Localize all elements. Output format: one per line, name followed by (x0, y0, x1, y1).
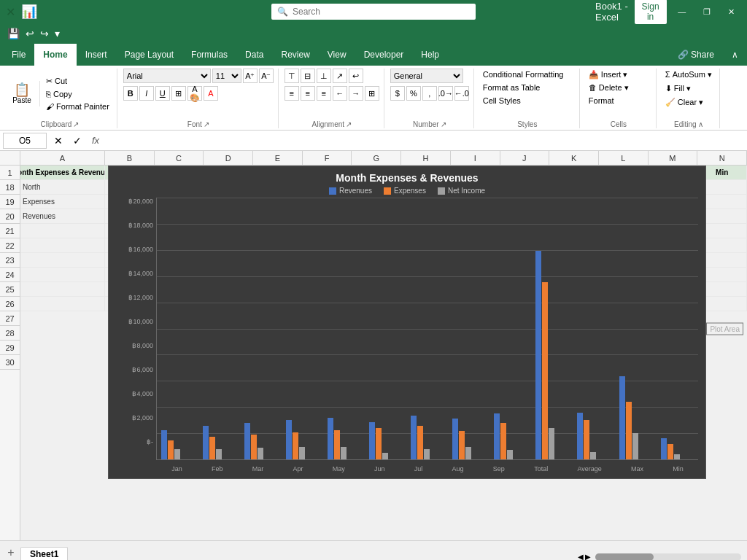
chart-area[interactable]: Month Expenses & Revenues Revenues Expen… (108, 166, 706, 479)
tab-help[interactable]: Help (412, 44, 448, 66)
bar-expenses-total (542, 282, 548, 459)
tab-data[interactable]: Data (236, 44, 272, 66)
align-center-button[interactable]: ≡ (301, 86, 315, 101)
col-header-G[interactable]: G (352, 151, 401, 165)
save-button[interactable]: 💾 (6, 26, 21, 41)
cell-A20[interactable]: Revenues (20, 209, 105, 223)
editing-collapse-icon[interactable]: ∧ (698, 120, 703, 128)
font-family-select[interactable]: Arial (123, 69, 211, 83)
tab-review[interactable]: Review (272, 44, 318, 66)
merge-center-button[interactable]: ⊞ (365, 86, 379, 101)
tab-file[interactable]: File (3, 44, 34, 66)
align-top-button[interactable]: ⊤ (285, 69, 299, 83)
sign-in-button[interactable]: Sign in (635, 0, 667, 24)
col-header-K[interactable]: K (549, 151, 599, 165)
minimize-button[interactable]: — (673, 0, 692, 23)
chart-inner: ฿20,000 ฿18,000 ฿16,000 ฿14,000 ฿12,000 … (109, 198, 705, 460)
close-button[interactable]: ✕ (722, 0, 741, 23)
fill-color-button[interactable]: A🎨 (187, 86, 202, 101)
bar-group-total (535, 251, 554, 459)
col-header-J[interactable]: J (500, 151, 550, 165)
col-header-N[interactable]: N (697, 151, 747, 165)
cut-button[interactable]: ✂ Cut (43, 75, 112, 88)
format-painter-button[interactable]: 🖌 Format Painter (43, 101, 112, 112)
clear-button[interactable]: 🧹 Clear ▾ (662, 96, 706, 109)
search-input[interactable] (293, 7, 470, 17)
col-header-L[interactable]: L (599, 151, 649, 165)
italic-button[interactable]: I (139, 86, 154, 101)
col-header-F[interactable]: F (303, 151, 352, 165)
paste-button[interactable]: 📋 Paste (7, 81, 36, 106)
undo-button[interactable]: ↩ (24, 26, 36, 41)
clipboard-dialog-icon[interactable]: ↗ (73, 120, 79, 128)
col-header-E[interactable]: E (253, 151, 303, 165)
row-num-28: 28 (0, 326, 20, 341)
redo-button[interactable]: ↪ (39, 26, 50, 41)
bold-button[interactable]: B (123, 86, 138, 101)
decrease-indent-button[interactable]: ← (333, 86, 347, 101)
scroll-right-button[interactable]: ▶ (585, 553, 591, 560)
share-button[interactable]: 🔗 Share (669, 44, 723, 66)
font-increase-button[interactable]: A⁺ (243, 69, 258, 83)
cell-A18[interactable]: North (20, 180, 105, 194)
font-size-select[interactable]: 11 (212, 69, 241, 83)
increase-decimal-button[interactable]: .0→ (438, 86, 453, 101)
insert-cells-button[interactable]: 📥 Insert ▾ (586, 69, 651, 81)
row-num-19: 19 (0, 195, 20, 209)
scroll-left-button[interactable]: ◀ (578, 553, 584, 560)
underline-button[interactable]: U (155, 86, 170, 101)
format-as-table-button[interactable]: Format as Table (480, 82, 575, 93)
col-header-M[interactable]: M (649, 151, 698, 165)
formula-input[interactable] (105, 133, 744, 149)
align-left-button[interactable]: ≡ (285, 86, 299, 101)
confirm-formula-button[interactable]: ✓ (69, 133, 86, 149)
col-header-I[interactable]: I (451, 151, 500, 165)
header-cell-A1[interactable]: Month Expenses & Revenues (20, 166, 105, 179)
number-dialog-icon[interactable]: ↗ (441, 120, 446, 128)
search-box[interactable]: 🔍 (271, 4, 476, 20)
tab-insert[interactable]: Insert (77, 44, 116, 66)
tab-page-layout[interactable]: Page Layout (116, 44, 182, 66)
add-sheet-button[interactable]: + (3, 545, 19, 560)
copy-button[interactable]: ⎘ Copy (43, 88, 112, 100)
ribbon-collapse[interactable]: ∧ (723, 44, 747, 66)
cell-reference-input[interactable] (3, 133, 47, 149)
decrease-decimal-button[interactable]: ←.0 (454, 86, 469, 101)
font-decrease-button[interactable]: A⁻ (259, 69, 274, 83)
col-header-H[interactable]: H (401, 151, 451, 165)
alignment-dialog-icon[interactable]: ↗ (346, 120, 352, 128)
delete-cells-button[interactable]: 🗑 Delete ▾ (586, 82, 651, 94)
number-format-select[interactable]: General (390, 69, 463, 83)
col-header-A[interactable]: A (20, 151, 105, 165)
cell-A19[interactable]: Expenses (20, 195, 105, 209)
cell-styles-button[interactable]: Cell Styles (480, 95, 575, 106)
wrap-text-button[interactable]: ↩ (349, 69, 363, 83)
conditional-formatting-button[interactable]: Conditional Formatting (480, 69, 575, 80)
percent-button[interactable]: % (406, 86, 421, 101)
bar-revenue-jan (161, 430, 167, 459)
align-middle-button[interactable]: ⊟ (301, 69, 315, 83)
tab-home[interactable]: Home (34, 44, 76, 66)
col-header-B[interactable]: B (105, 151, 155, 165)
align-bottom-button[interactable]: ⊥ (317, 69, 331, 83)
currency-button[interactable]: $ (390, 86, 405, 101)
font-dialog-icon[interactable]: ↗ (204, 120, 209, 128)
border-button[interactable]: ⊞ (171, 86, 186, 101)
customize-quick-access[interactable]: ▾ (53, 26, 61, 41)
increase-indent-button[interactable]: → (349, 86, 363, 101)
col-header-C[interactable]: C (155, 151, 204, 165)
tab-developer[interactable]: Developer (355, 44, 413, 66)
col-header-D[interactable]: D (204, 151, 253, 165)
sheet-tab-sheet1[interactable]: Sheet1 (20, 547, 68, 560)
text-orientation-button[interactable]: ↗ (333, 69, 347, 83)
cancel-formula-button[interactable]: ✕ (50, 133, 67, 149)
font-color-button[interactable]: A (204, 86, 218, 101)
maximize-button[interactable]: ❐ (697, 0, 716, 23)
fill-button[interactable]: ⬇ Fill ▾ (662, 82, 694, 95)
autosum-button[interactable]: Σ AutoSum ▾ (662, 69, 715, 81)
comma-button[interactable]: , (422, 86, 437, 101)
tab-view[interactable]: View (319, 44, 355, 66)
align-right-button[interactable]: ≡ (317, 86, 331, 101)
format-cells-button[interactable]: Format (586, 95, 651, 106)
tab-formulas[interactable]: Formulas (182, 44, 236, 66)
